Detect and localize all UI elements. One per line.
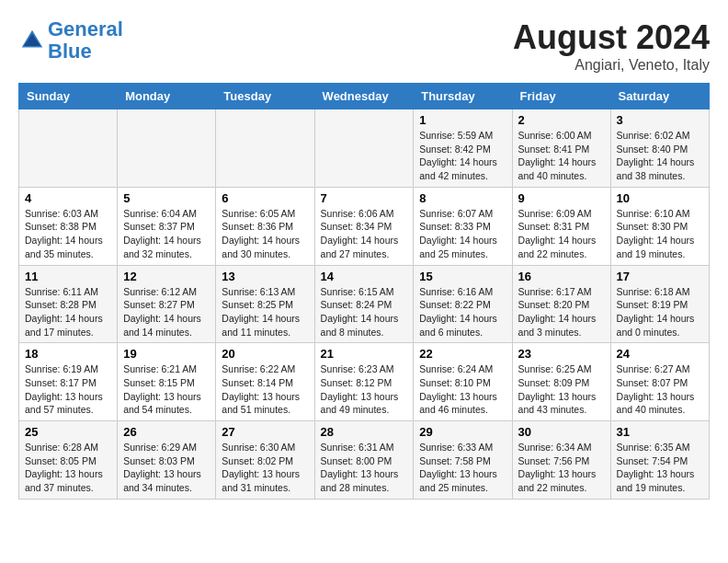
day-info: Sunrise: 6:24 AM Sunset: 8:10 PM Dayligh… [419, 362, 506, 417]
calendar-cell [19, 109, 118, 188]
logo-text: General Blue [48, 18, 123, 63]
calendar-cell: 1Sunrise: 5:59 AM Sunset: 8:42 PM Daylig… [414, 109, 512, 188]
day-info: Sunrise: 6:34 AM Sunset: 7:56 PM Dayligh… [518, 441, 605, 495]
day-info: Sunrise: 6:11 AM Sunset: 8:28 PM Dayligh… [25, 285, 111, 339]
day-number: 4 [25, 191, 111, 205]
day-info: Sunrise: 6:30 AM Sunset: 8:02 PM Dayligh… [222, 441, 308, 495]
calendar-week-3: 11Sunrise: 6:11 AM Sunset: 8:28 PM Dayli… [19, 265, 710, 343]
day-number: 10 [617, 191, 703, 205]
calendar-week-5: 25Sunrise: 6:28 AM Sunset: 8:05 PM Dayli… [19, 421, 710, 500]
title-block: August 2024 Angiari, Veneto, Italy [513, 18, 710, 74]
day-info: Sunrise: 6:33 AM Sunset: 7:58 PM Dayligh… [419, 441, 506, 495]
day-info: Sunrise: 6:09 AM Sunset: 8:31 PM Dayligh… [518, 207, 605, 261]
calendar-cell: 2Sunrise: 6:00 AM Sunset: 8:41 PM Daylig… [512, 109, 610, 188]
column-header-thursday: Thursday [414, 84, 512, 109]
day-info: Sunrise: 6:13 AM Sunset: 8:25 PM Dayligh… [222, 285, 308, 339]
calendar-cell: 11Sunrise: 6:11 AM Sunset: 8:28 PM Dayli… [19, 265, 118, 343]
calendar-cell [314, 109, 414, 188]
day-info: Sunrise: 6:06 AM Sunset: 8:34 PM Dayligh… [321, 207, 408, 261]
calendar-cell: 6Sunrise: 6:05 AM Sunset: 8:36 PM Daylig… [216, 187, 314, 265]
day-number: 14 [321, 270, 408, 283]
calendar-cell: 14Sunrise: 6:15 AM Sunset: 8:24 PM Dayli… [314, 265, 414, 343]
calendar-cell [118, 109, 216, 188]
day-number: 23 [518, 347, 605, 361]
calendar-cell: 31Sunrise: 6:35 AM Sunset: 7:54 PM Dayli… [610, 421, 709, 500]
day-info: Sunrise: 6:19 AM Sunset: 8:17 PM Dayligh… [25, 362, 111, 417]
day-number: 5 [123, 191, 210, 205]
calendar-cell: 23Sunrise: 6:25 AM Sunset: 8:09 PM Dayli… [512, 343, 610, 421]
day-number: 8 [419, 191, 506, 205]
calendar-cell: 8Sunrise: 6:07 AM Sunset: 8:33 PM Daylig… [414, 187, 512, 265]
column-header-monday: Monday [118, 84, 216, 109]
day-info: Sunrise: 6:00 AM Sunset: 8:41 PM Dayligh… [518, 129, 605, 183]
column-header-tuesday: Tuesday [216, 84, 314, 109]
day-info: Sunrise: 6:02 AM Sunset: 8:40 PM Dayligh… [617, 129, 703, 183]
day-number: 17 [617, 270, 703, 283]
column-header-wednesday: Wednesday [314, 84, 414, 109]
day-info: Sunrise: 6:17 AM Sunset: 8:20 PM Dayligh… [518, 285, 605, 339]
day-number: 2 [518, 113, 605, 127]
calendar-cell: 3Sunrise: 6:02 AM Sunset: 8:40 PM Daylig… [610, 109, 709, 188]
logo-icon [18, 27, 46, 54]
day-info: Sunrise: 6:31 AM Sunset: 8:00 PM Dayligh… [321, 441, 408, 495]
calendar-week-4: 18Sunrise: 6:19 AM Sunset: 8:17 PM Dayli… [19, 343, 710, 421]
day-number: 25 [25, 425, 111, 439]
calendar-cell: 26Sunrise: 6:29 AM Sunset: 8:03 PM Dayli… [118, 421, 216, 500]
calendar-table: SundayMondayTuesdayWednesdayThursdayFrid… [18, 83, 710, 500]
calendar-cell: 16Sunrise: 6:17 AM Sunset: 8:20 PM Dayli… [512, 265, 610, 343]
calendar-cell: 19Sunrise: 6:21 AM Sunset: 8:15 PM Dayli… [118, 343, 216, 421]
day-number: 1 [419, 113, 506, 127]
day-info: Sunrise: 6:16 AM Sunset: 8:22 PM Dayligh… [419, 285, 506, 339]
calendar-cell: 30Sunrise: 6:34 AM Sunset: 7:56 PM Dayli… [512, 421, 610, 500]
calendar-week-2: 4Sunrise: 6:03 AM Sunset: 8:38 PM Daylig… [19, 187, 710, 265]
day-number: 22 [419, 347, 506, 361]
calendar-cell [216, 109, 314, 188]
day-info: Sunrise: 6:23 AM Sunset: 8:12 PM Dayligh… [321, 362, 408, 417]
day-info: Sunrise: 6:25 AM Sunset: 8:09 PM Dayligh… [518, 362, 605, 417]
calendar-cell: 18Sunrise: 6:19 AM Sunset: 8:17 PM Dayli… [19, 343, 118, 421]
calendar-week-1: 1Sunrise: 5:59 AM Sunset: 8:42 PM Daylig… [19, 109, 710, 188]
day-info: Sunrise: 6:21 AM Sunset: 8:15 PM Dayligh… [123, 362, 210, 417]
day-number: 30 [518, 425, 605, 439]
day-info: Sunrise: 6:10 AM Sunset: 8:30 PM Dayligh… [617, 207, 703, 261]
calendar-cell: 15Sunrise: 6:16 AM Sunset: 8:22 PM Dayli… [414, 265, 512, 343]
page-header: General Blue August 2024 Angiari, Veneto… [18, 18, 710, 74]
calendar-cell: 25Sunrise: 6:28 AM Sunset: 8:05 PM Dayli… [19, 421, 118, 500]
calendar-cell: 9Sunrise: 6:09 AM Sunset: 8:31 PM Daylig… [512, 187, 610, 265]
calendar-cell: 20Sunrise: 6:22 AM Sunset: 8:14 PM Dayli… [216, 343, 314, 421]
location: Angiari, Veneto, Italy [513, 57, 710, 74]
day-number: 18 [25, 347, 111, 361]
day-number: 19 [123, 347, 210, 361]
day-number: 12 [123, 270, 210, 283]
day-info: Sunrise: 6:03 AM Sunset: 8:38 PM Dayligh… [25, 207, 111, 261]
day-info: Sunrise: 6:22 AM Sunset: 8:14 PM Dayligh… [222, 362, 308, 417]
day-number: 31 [617, 425, 703, 439]
day-number: 6 [222, 191, 308, 205]
day-info: Sunrise: 6:29 AM Sunset: 8:03 PM Dayligh… [123, 441, 210, 495]
day-number: 3 [617, 113, 703, 127]
calendar-cell: 29Sunrise: 6:33 AM Sunset: 7:58 PM Dayli… [414, 421, 512, 500]
day-info: Sunrise: 6:15 AM Sunset: 8:24 PM Dayligh… [321, 285, 408, 339]
calendar-cell: 22Sunrise: 6:24 AM Sunset: 8:10 PM Dayli… [414, 343, 512, 421]
day-info: Sunrise: 6:05 AM Sunset: 8:36 PM Dayligh… [222, 207, 308, 261]
day-number: 29 [419, 425, 506, 439]
calendar-cell: 10Sunrise: 6:10 AM Sunset: 8:30 PM Dayli… [610, 187, 709, 265]
calendar-cell: 21Sunrise: 6:23 AM Sunset: 8:12 PM Dayli… [314, 343, 414, 421]
calendar-cell: 12Sunrise: 6:12 AM Sunset: 8:27 PM Dayli… [118, 265, 216, 343]
day-number: 16 [518, 270, 605, 283]
month-year: August 2024 [513, 18, 710, 57]
calendar-cell: 7Sunrise: 6:06 AM Sunset: 8:34 PM Daylig… [314, 187, 414, 265]
day-number: 24 [617, 347, 703, 361]
calendar-cell: 17Sunrise: 6:18 AM Sunset: 8:19 PM Dayli… [610, 265, 709, 343]
day-number: 15 [419, 270, 506, 283]
calendar-cell: 5Sunrise: 6:04 AM Sunset: 8:37 PM Daylig… [118, 187, 216, 265]
day-info: Sunrise: 5:59 AM Sunset: 8:42 PM Dayligh… [419, 129, 506, 183]
column-header-friday: Friday [512, 84, 610, 109]
calendar-cell: 4Sunrise: 6:03 AM Sunset: 8:38 PM Daylig… [19, 187, 118, 265]
day-number: 11 [25, 270, 111, 283]
day-number: 21 [321, 347, 408, 361]
column-header-sunday: Sunday [19, 84, 118, 109]
day-number: 27 [222, 425, 308, 439]
calendar-header-row: SundayMondayTuesdayWednesdayThursdayFrid… [19, 84, 710, 109]
day-info: Sunrise: 6:35 AM Sunset: 7:54 PM Dayligh… [617, 441, 703, 495]
